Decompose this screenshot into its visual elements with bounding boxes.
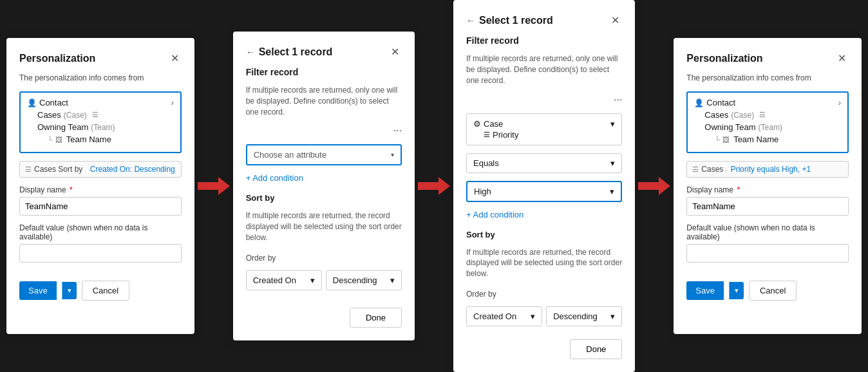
display-name-label-1: Display name * — [19, 185, 182, 194]
order-row-2: Created On ▾ Descending ▾ — [466, 306, 622, 326]
filter-panel-2: ← Select 1 record ✕ Filter record If mul… — [453, 0, 635, 372]
tree-row-cases-1: Cases (Case) ☰ — [27, 110, 174, 120]
save-button-main-1[interactable]: Save — [19, 281, 57, 300]
chevron-icon-1: › — [171, 98, 174, 107]
arrow-2 — [415, 177, 453, 195]
svg-marker-1 — [418, 177, 450, 195]
display-name-group-1: Display name * — [19, 185, 182, 216]
close-button-2[interactable]: ✕ — [835, 51, 849, 66]
equals-select-2[interactable]: Equals ▾ — [466, 153, 622, 173]
display-name-input-2[interactable] — [686, 197, 849, 216]
choose-attribute-placeholder-1: Choose an attribute — [254, 150, 326, 160]
equals-chevron-2: ▾ — [610, 158, 615, 168]
svg-marker-2 — [638, 177, 670, 195]
tree-team-name-label-1: Team Name — [66, 135, 111, 144]
order-by-label-1: Order by — [246, 254, 402, 263]
high-select-2[interactable]: High ▾ — [466, 181, 622, 202]
person-icon-1: 👤 — [27, 98, 37, 107]
filter-bar-1[interactable]: ☰ Cases Sort by Created On: Descending — [19, 161, 182, 178]
tree-owning-team-label-2: Owning Team — [704, 122, 755, 132]
default-value-label-1: Default value (shown when no data is ava… — [19, 223, 182, 241]
required-star-1: * — [70, 185, 73, 194]
tree-cases-label-1: Cases — [37, 110, 61, 120]
priority-attribute-label-2: Priority — [493, 130, 518, 140]
order-direction-select-1[interactable]: Descending ▾ — [326, 270, 402, 290]
tree-box-1: 👤 Contact › Cases (Case) ☰ Owning Team (… — [19, 91, 182, 153]
tree-contact-label-2: Contact — [706, 98, 735, 107]
back-button-2[interactable]: ← — [466, 15, 475, 26]
tree-owning-team-label-1: Owning Team — [37, 122, 88, 132]
display-name-input-1[interactable] — [19, 197, 182, 216]
order-direction-value-2: Descending — [553, 312, 598, 321]
filter-panel-header-2: ← Select 1 record ✕ — [466, 13, 622, 28]
tree-team-name-label-2: Team Name — [733, 135, 778, 144]
order-field-chevron-1: ▾ — [310, 275, 315, 285]
close-button-1[interactable]: ✕ — [168, 51, 182, 66]
arrow-1 — [194, 177, 233, 195]
tree-contact-label-1: Contact — [39, 98, 68, 107]
info-label-1: The personalization info comes from — [19, 73, 182, 82]
filter-subtitle-1: If multiple records are returned, only o… — [246, 85, 402, 117]
tree-row-team-name-1: └ 🖼 Team Name — [27, 135, 174, 144]
filter-record-label-1: Filter record — [246, 67, 402, 77]
arrow-3 — [635, 177, 674, 195]
tree-cases-label-2: Cases — [704, 110, 728, 120]
filter-panel-title-2: Select 1 record — [479, 15, 553, 26]
filter-bar-link-1[interactable]: Created On: Descending — [90, 165, 175, 174]
save-split-2[interactable]: ▾ — [729, 282, 744, 299]
tree-cases-type-1: (Case) — [64, 111, 87, 120]
add-condition-btn-1[interactable]: + Add condition — [246, 173, 402, 183]
dots-menu-1[interactable]: ··· — [393, 125, 402, 136]
dots-menu-2[interactable]: ··· — [614, 94, 622, 106]
default-value-input-1[interactable] — [19, 244, 182, 263]
personalization-panel-1: Personalization ✕ The personalization in… — [6, 38, 194, 334]
attribute-select-1[interactable]: Choose an attribute ▾ — [246, 144, 402, 165]
panel-title-1: Personalization — [19, 53, 95, 64]
save-button-main-2[interactable]: Save — [686, 281, 724, 300]
img-icon-2: 🖼 — [722, 136, 730, 144]
order-field-value-1: Created On — [253, 275, 296, 285]
red-arrow-svg-2 — [418, 177, 450, 195]
display-name-label-2: Display name * — [686, 185, 849, 194]
tree-row-owning-team-1: Owning Team (Team) — [27, 122, 174, 132]
filter-bar-2[interactable]: ☰ Cases Priority equals High, +1 — [686, 161, 849, 178]
cancel-button-1[interactable]: Cancel — [82, 281, 129, 301]
panel-header-2: Personalization ✕ — [686, 51, 849, 66]
sort-by-desc-1: If multiple records are returned, the re… — [246, 210, 402, 243]
done-button-1[interactable]: Done — [350, 308, 402, 328]
high-chevron-2: ▾ — [610, 187, 614, 196]
filter-subtitle-2: If multiple records are returned, only o… — [466, 53, 622, 86]
img-icon-1: 🖼 — [55, 136, 62, 144]
tree-row-owning-team-2: Owning Team (Team) — [694, 122, 841, 132]
case-attribute-chevron-2: ▾ — [610, 119, 615, 129]
equals-value-2: Equals — [473, 158, 499, 168]
filter-icon-1: ☰ — [92, 111, 99, 119]
add-condition-btn-2[interactable]: + Add condition — [466, 210, 622, 219]
cancel-button-2[interactable]: Cancel — [749, 281, 797, 301]
case-attribute-select-2[interactable]: ⚙ Case ▾ ☰ Priority — [466, 113, 622, 145]
order-direction-select-2[interactable]: Descending ▾ — [546, 306, 622, 326]
default-value-input-2[interactable] — [686, 244, 849, 263]
tree-owning-team-type-1: (Team) — [91, 123, 115, 132]
tree-row-contact-1: 👤 Contact › — [27, 98, 174, 107]
done-button-2[interactable]: Done — [570, 339, 622, 359]
hamburger-icon-2: ☰ — [484, 131, 490, 139]
order-field-chevron-2: ▾ — [531, 312, 535, 321]
order-by-field-select-1[interactable]: Created On ▾ — [246, 270, 322, 290]
filter-close-button-1[interactable]: ✕ — [388, 44, 402, 59]
filter-bar-link-2[interactable]: Priority equals High, +1 — [731, 165, 811, 174]
red-arrow-svg-3 — [638, 177, 670, 195]
save-split-1[interactable]: ▾ — [62, 282, 77, 299]
filter-panel-header-1: ← Select 1 record ✕ — [246, 44, 402, 59]
order-by-field-select-2[interactable]: Created On ▾ — [466, 306, 542, 326]
filter-close-button-2[interactable]: ✕ — [609, 13, 622, 28]
order-direction-chevron-1: ▾ — [390, 275, 395, 285]
back-button-1[interactable]: ← — [246, 47, 255, 57]
filter-bar-prefix-1: Cases Sort by — [34, 165, 82, 174]
info-label-2: The personalization info comes from — [686, 73, 849, 82]
order-row-1: Created On ▾ Descending ▾ — [246, 270, 402, 290]
red-arrow-svg-1 — [198, 177, 230, 195]
order-direction-chevron-2: ▾ — [610, 312, 615, 321]
person-icon-2: 👤 — [694, 98, 704, 107]
filter-panel-title-1: Select 1 record — [259, 46, 333, 58]
